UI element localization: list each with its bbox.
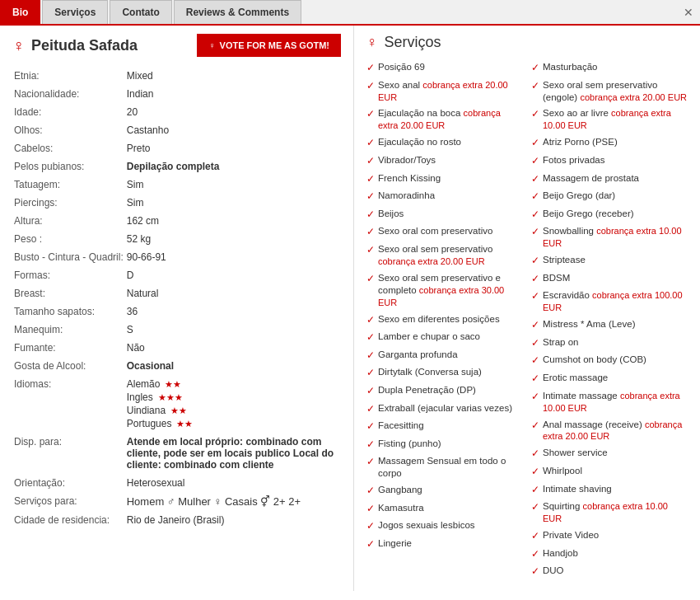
list-item: ✓Gangbang <box>366 484 523 498</box>
list-item: ✓Dirtytalk (Conversa suja) <box>366 366 523 380</box>
list-item: ✓Handjob <box>531 547 688 561</box>
check-icon: ✓ <box>366 438 375 452</box>
tab-servicos[interactable]: Serviços <box>42 0 108 24</box>
service-text: Sexo anal cobrança extra 20.00 EUR <box>378 79 523 104</box>
profile-header: ♀ Peituda Safada ♀ VOTE FOR ME AS GOTM! <box>12 34 341 57</box>
list-item: ✓Sexo oral sem preservativo cobrança ext… <box>366 243 523 268</box>
servicos-para-label: Serviços para: <box>12 492 125 511</box>
check-icon: ✓ <box>366 485 375 498</box>
list-item: ✓DUO <box>531 565 688 579</box>
services-col-2: ✓Masturbação✓Sexo oral sem preservativo … <box>531 61 688 583</box>
service-text: Shower service <box>543 447 608 459</box>
field-value: Ocasional <box>125 357 341 375</box>
service-text: Ejaculação no rosto <box>378 136 461 148</box>
field-label: Olhos: <box>12 121 125 139</box>
list-item: ✓Mistress * Ama (Leve) <box>531 318 688 332</box>
service-text: Atriz Porno (PSE) <box>543 136 618 148</box>
field-value: Sim <box>125 176 341 194</box>
left-panel: ♀ Peituda Safada ♀ VOTE FOR ME AS GOTM! … <box>0 26 354 591</box>
check-icon: ✓ <box>531 484 539 497</box>
table-row: Manequim: S <box>12 321 341 339</box>
check-icon: ✓ <box>531 420 539 433</box>
vote-icon: ♀ <box>208 40 215 50</box>
service-text: Lingerie <box>378 537 412 550</box>
service-extra-text: cobrança extra 10.00 EUR <box>543 391 680 413</box>
disp-label: Disp. para: <box>12 433 125 474</box>
table-row: Busto - Cintura - Quadril: 90-66-91 <box>12 248 341 266</box>
table-row: Idade: 20 <box>12 103 341 121</box>
disp-value: Atende em local próprio: combinado com c… <box>125 433 341 474</box>
list-item: ✓Lingerie <box>366 537 523 551</box>
service-text: Sexo oral sem preservativo (engole) cobr… <box>543 79 688 104</box>
lang-row: Ingles ★★★ <box>127 391 339 403</box>
service-text: Dirtytalk (Conversa suja) <box>378 366 482 378</box>
check-icon: ✓ <box>366 420 375 434</box>
service-text: Beijos <box>378 208 404 220</box>
field-value: S <box>125 321 341 339</box>
service-text: Dupla Penetração (DP) <box>378 384 476 396</box>
field-value: 52 kg <box>125 230 341 248</box>
check-icon: ✓ <box>531 530 539 543</box>
table-row: Altura: 162 cm <box>12 212 341 230</box>
field-label: Fumante: <box>12 339 125 357</box>
list-item: ✓Fotos privadas <box>531 154 688 168</box>
check-icon: ✓ <box>366 226 375 239</box>
table-row: Piercings: Sim <box>12 194 341 212</box>
service-text: Vibrador/Toys <box>378 154 436 166</box>
service-text: Sexo oral sem preservativo cobrança extr… <box>378 243 523 268</box>
service-text: Sexo em diferentes posições <box>378 313 500 326</box>
lang-name: Alemão <box>127 378 161 390</box>
field-label: Tamanho sapatos: <box>12 302 125 321</box>
list-item: ✓Massagem de prostata <box>531 172 688 186</box>
list-item: ✓Extraball (ejacular varias vezes) <box>366 402 523 416</box>
close-button[interactable]: ✕ <box>684 6 693 19</box>
check-icon: ✓ <box>531 354 539 368</box>
table-row: Tamanho sapatos: 36 <box>12 302 341 321</box>
lang-stars: ★★ <box>176 419 193 429</box>
vote-button[interactable]: ♀ VOTE FOR ME AS GOTM! <box>197 34 341 57</box>
service-extra-text: cobrança extra 20.00 EUR <box>543 420 682 442</box>
check-icon: ✓ <box>531 173 539 186</box>
list-item: ✓Jogos sexuais lesbicos <box>366 519 523 533</box>
list-item: ✓Beijo Grego (dar) <box>531 190 688 204</box>
list-item: ✓Snowballing cobrança extra 10.00 EUR <box>531 225 688 250</box>
check-icon: ✓ <box>531 80 539 93</box>
tab-reviews[interactable]: Reviews & Comments <box>174 0 301 24</box>
service-text: Striptease <box>543 254 586 266</box>
field-value: 162 cm <box>125 212 341 230</box>
service-text: Jogos sexuais lesbicos <box>378 519 475 532</box>
orientacao-row: Orientação: Heterosexual <box>12 474 341 492</box>
tabs-bar: Bio Serviços Contato Reviews & Comments … <box>0 0 700 26</box>
table-row: Tatuagem: Sim <box>12 176 341 194</box>
check-icon: ✓ <box>366 190 375 204</box>
servicos-header-icon: ♀ <box>366 34 378 51</box>
field-label: Cabelos: <box>12 139 125 157</box>
field-value: D <box>125 266 341 284</box>
lang-row: Uindiana ★★ <box>127 405 339 416</box>
tab-contato[interactable]: Contato <box>110 0 171 24</box>
service-text: Strap on <box>543 336 578 349</box>
check-icon: ✓ <box>531 62 539 75</box>
table-row: Pelos pubianos: Depilação completa <box>12 157 341 176</box>
check-icon: ✓ <box>531 373 539 386</box>
servicos-para-row: Serviços para: Homem ♂ Mulher ♀ Casais ⚥… <box>12 492 341 511</box>
tab-bio[interactable]: Bio <box>0 0 40 24</box>
servicos-title: Serviços <box>385 34 441 51</box>
lang-stars: ★★ <box>165 379 181 390</box>
service-text: Extraball (ejacular varias vezes) <box>378 402 512 415</box>
list-item: ✓Striptease <box>531 254 688 268</box>
service-extra-text: cobrança extra 20.00 EUR <box>378 80 508 102</box>
idiomas-value: Alemão ★★ Ingles ★★★ Uindiana ★★ Portu <box>125 375 341 433</box>
right-header: ♀ Serviços <box>366 34 688 51</box>
service-text: Whirlpool <box>543 465 582 477</box>
check-icon: ✓ <box>531 391 539 404</box>
field-value: Natural <box>125 284 341 302</box>
vote-label: VOTE FOR ME AS GOTM! <box>220 40 329 50</box>
field-label: Peso : <box>12 230 125 248</box>
lang-stars: ★★ <box>170 405 187 416</box>
list-item: ✓Posição 69 <box>366 61 523 75</box>
table-row: Peso : 52 kg <box>12 230 341 248</box>
main-layout: ♀ Peituda Safada ♀ VOTE FOR ME AS GOTM! … <box>0 26 700 591</box>
table-row: Formas: D <box>12 266 341 284</box>
check-icon: ✓ <box>531 190 539 204</box>
